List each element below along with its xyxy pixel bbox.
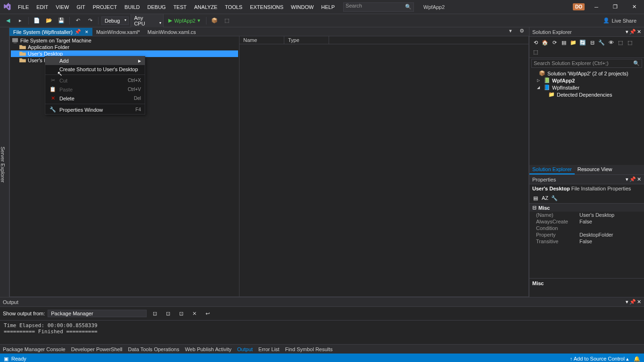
- prop-value[interactable]: User's Desktop: [577, 212, 644, 218]
- col-type[interactable]: Type: [284, 36, 329, 44]
- tb-icon[interactable]: ⬚: [531, 48, 540, 56]
- tab-resource-view[interactable]: Resource View: [575, 165, 615, 174]
- tb-icon[interactable]: ⬚: [626, 38, 634, 47]
- prop-row-property[interactable]: PropertyDesktopFolder: [529, 231, 644, 238]
- output-btn-3[interactable]: ⊡: [176, 308, 186, 319]
- pin-icon[interactable]: 📌: [629, 29, 636, 35]
- close-button[interactable]: ✕: [627, 2, 641, 12]
- open-button[interactable]: 📂: [44, 16, 54, 26]
- close-icon[interactable]: ✕: [637, 299, 641, 305]
- tab-solution-explorer[interactable]: Solution Explorer: [529, 165, 575, 174]
- prop-value[interactable]: DesktopFolder: [577, 231, 644, 238]
- collapse-icon[interactable]: ⊟: [588, 38, 596, 47]
- close-icon[interactable]: ✕: [637, 176, 641, 182]
- output-btn-1[interactable]: ⊡: [149, 308, 160, 319]
- sln-root[interactable]: 📦Solution 'WpfApp2' (2 of 2 projects): [530, 70, 643, 77]
- sln-tree[interactable]: 📦Solution 'WpfApp2' (2 of 2 projects) ▷📗…: [529, 69, 644, 165]
- minimize-button[interactable]: ─: [589, 2, 603, 12]
- menu-analyze[interactable]: ANALYZE: [190, 2, 221, 12]
- clear-icon[interactable]: ✕: [189, 308, 199, 319]
- undo-button[interactable]: ↶: [73, 16, 83, 26]
- redo-button[interactable]: ↷: [85, 16, 95, 26]
- menu-file[interactable]: FILE: [14, 2, 33, 12]
- show-all-icon[interactable]: 📁: [569, 38, 578, 47]
- menu-project[interactable]: PROJECT: [89, 2, 121, 12]
- props-category-misc[interactable]: ⊟Misc: [529, 204, 644, 212]
- pin-icon[interactable]: 📌: [629, 299, 636, 305]
- prop-value[interactable]: False: [577, 218, 644, 225]
- sync-icon[interactable]: ⟳: [550, 38, 559, 47]
- sln-proj-wpfinstaller[interactable]: ◢📘WpfInstaller: [530, 84, 643, 91]
- menu-test[interactable]: TEST: [170, 2, 190, 12]
- tab-pm-console[interactable]: Package Manager Console: [3, 346, 66, 352]
- panel-dropdown-icon[interactable]: ▾: [626, 176, 628, 182]
- panel-dropdown-icon[interactable]: ▾: [626, 29, 628, 35]
- tab-dropdown-button[interactable]: ▾: [505, 25, 516, 36]
- views-icon[interactable]: ▤: [560, 38, 568, 47]
- sln-proj-wpfapp2[interactable]: ▷📗WpfApp2: [530, 77, 643, 84]
- tab-find-symbol[interactable]: Find Symbol Results: [285, 346, 333, 352]
- config-dropdown[interactable]: Debug: [101, 16, 129, 25]
- wrap-icon[interactable]: ↩: [202, 308, 213, 319]
- output-source-dropdown[interactable]: Package Manager: [48, 310, 147, 317]
- ctx-add[interactable]: Add▶: [45, 57, 145, 65]
- ctx-create-shortcut[interactable]: Create Shortcut to User's Desktop: [45, 65, 145, 74]
- tb-icon-2[interactable]: ⬚: [222, 16, 232, 26]
- props-subject[interactable]: User's Desktop File Installation Propert…: [529, 184, 644, 193]
- fs-app-folder[interactable]: Application Folder: [11, 44, 238, 50]
- prop-value[interactable]: [577, 225, 644, 231]
- tab-output[interactable]: Output: [237, 346, 253, 352]
- menu-window[interactable]: WINDOW: [287, 2, 317, 12]
- sln-detected-deps[interactable]: 📁Detected Dependencies: [530, 91, 643, 98]
- alphabetical-icon[interactable]: AZ: [541, 194, 549, 202]
- nav-back-button[interactable]: ◀: [3, 16, 13, 26]
- prop-row-transitive[interactable]: TransitiveFalse: [529, 238, 644, 245]
- menu-git[interactable]: GIT: [73, 2, 89, 12]
- tab-data-tools[interactable]: Data Tools Operations: [128, 346, 180, 352]
- wrench-icon[interactable]: 🔧: [550, 194, 559, 202]
- platform-dropdown[interactable]: Any CPU: [131, 14, 164, 28]
- menu-extensions[interactable]: EXTENSIONS: [246, 2, 287, 12]
- pin-icon[interactable]: 📌: [74, 29, 81, 35]
- fs-root-node[interactable]: File System on Target Machine: [11, 37, 238, 44]
- tab-error-list[interactable]: Error List: [258, 346, 280, 352]
- notifications-icon[interactable]: 🔔: [634, 356, 640, 362]
- nav-forward-button[interactable]: ▸: [15, 16, 25, 26]
- close-icon[interactable]: ✕: [85, 30, 89, 34]
- tab-mainwindow-cs[interactable]: MainWindow.xaml.cs: [144, 28, 200, 36]
- prop-row-name[interactable]: (Name)User's Desktop: [529, 212, 644, 218]
- prop-value[interactable]: False: [577, 238, 644, 245]
- expand-icon[interactable]: ▷: [537, 78, 542, 82]
- prop-row-alwayscreate[interactable]: AlwaysCreateFalse: [529, 218, 644, 225]
- collapse-icon[interactable]: ◢: [537, 85, 542, 90]
- tab-settings-icon[interactable]: ⚙: [517, 25, 527, 36]
- pin-icon[interactable]: 📌: [629, 176, 636, 182]
- tab-web-publish[interactable]: Web Publish Activity: [185, 346, 231, 352]
- server-explorer-tab[interactable]: Server Explorer: [0, 27, 9, 297]
- add-source-control-button[interactable]: ↑ Add to Source Control ▴: [570, 356, 629, 362]
- tb-icon-1[interactable]: 📦: [209, 16, 220, 26]
- ctx-delete[interactable]: ✕DeleteDel: [45, 94, 145, 103]
- home-icon[interactable]: 🏠: [541, 38, 549, 47]
- search-input[interactable]: Search 🔍: [343, 2, 414, 12]
- sln-search-input[interactable]: Search Solution Explorer (Ctrl+;) 🔍: [531, 59, 642, 68]
- user-badge[interactable]: DO: [573, 3, 585, 10]
- home-icon[interactable]: ⟲: [531, 38, 540, 47]
- tab-mainwindow-xaml[interactable]: MainWindow.xaml*: [92, 28, 144, 36]
- new-project-button[interactable]: 📄: [32, 16, 42, 26]
- start-debug-button[interactable]: ▶ WpfApp2 ▾: [165, 16, 203, 25]
- tb-icon[interactable]: ⬚: [616, 38, 625, 47]
- save-button[interactable]: 💾: [56, 16, 66, 26]
- ctx-properties[interactable]: 🔧Properties WindowF4: [45, 105, 145, 114]
- refresh-icon[interactable]: 🔄: [578, 38, 587, 47]
- properties-icon[interactable]: 🔧: [597, 38, 606, 47]
- categorized-icon[interactable]: ▤: [531, 194, 540, 202]
- col-name[interactable]: Name: [239, 36, 284, 44]
- tab-dev-powershell[interactable]: Developer PowerShell: [71, 346, 123, 352]
- output-btn-2[interactable]: ⊡: [163, 308, 173, 319]
- menu-tools[interactable]: TOOLS: [221, 2, 246, 12]
- maximize-button[interactable]: ❐: [608, 2, 622, 12]
- menu-debug[interactable]: DEBUG: [144, 2, 170, 12]
- prop-row-condition[interactable]: Condition: [529, 225, 644, 231]
- collapse-icon[interactable]: ⊟: [532, 205, 537, 211]
